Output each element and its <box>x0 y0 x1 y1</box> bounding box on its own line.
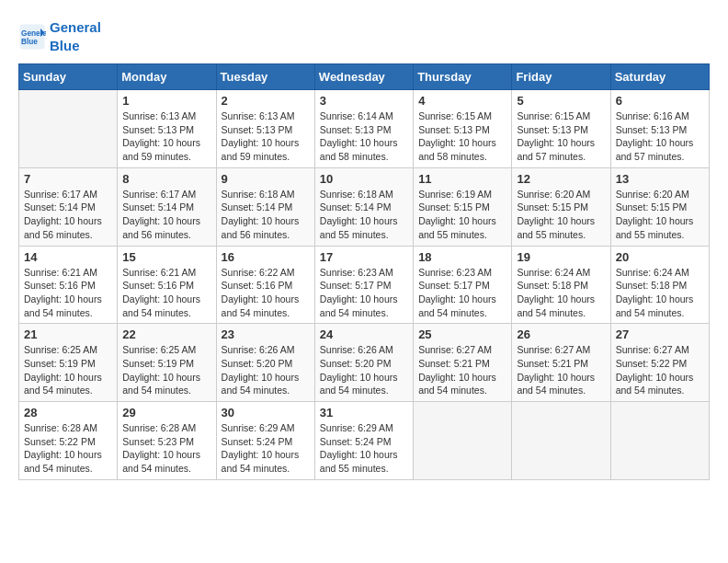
day-info: Sunrise: 6:18 AMSunset: 5:14 PMDaylight:… <box>222 188 310 242</box>
day-number: 25 <box>418 327 506 341</box>
calendar-cell: 23Sunrise: 6:26 AMSunset: 5:20 PMDayligh… <box>216 324 314 402</box>
day-number: 22 <box>122 327 210 341</box>
day-number: 14 <box>24 250 112 264</box>
calendar-body: 1Sunrise: 6:13 AMSunset: 5:13 PMDaylight… <box>19 90 710 480</box>
day-number: 5 <box>517 94 605 108</box>
weekday-header-saturday: Saturday <box>610 64 709 90</box>
weekday-header-thursday: Thursday <box>414 64 512 90</box>
weekday-header-friday: Friday <box>512 64 610 90</box>
day-info: Sunrise: 6:13 AMSunset: 5:13 PMDaylight:… <box>222 109 310 164</box>
logo-subtext: Blue <box>50 37 101 55</box>
day-number: 15 <box>122 250 210 264</box>
calendar-cell: 30Sunrise: 6:29 AMSunset: 5:24 PMDayligh… <box>216 402 314 480</box>
calendar-cell: 1Sunrise: 6:13 AMSunset: 5:13 PMDaylight… <box>118 90 216 168</box>
day-info: Sunrise: 6:24 AMSunset: 5:18 PMDaylight:… <box>517 266 605 320</box>
weekday-header-wednesday: Wednesday <box>314 64 413 90</box>
day-number: 10 <box>320 172 408 186</box>
day-info: Sunrise: 6:29 AMSunset: 5:24 PMDaylight:… <box>320 421 408 476</box>
calendar-header-row: SundayMondayTuesdayWednesdayThursdayFrid… <box>19 64 710 90</box>
day-number: 17 <box>320 250 408 264</box>
day-info: Sunrise: 6:26 AMSunset: 5:20 PMDaylight:… <box>320 343 408 397</box>
day-number: 6 <box>616 94 704 108</box>
day-info: Sunrise: 6:14 AMSunset: 5:13 PMDaylight:… <box>320 109 408 164</box>
logo-text: General <box>50 18 101 37</box>
calendar-cell: 25Sunrise: 6:27 AMSunset: 5:21 PMDayligh… <box>414 324 512 402</box>
calendar-cell: 16Sunrise: 6:22 AMSunset: 5:16 PMDayligh… <box>216 246 314 324</box>
day-number: 9 <box>222 172 310 186</box>
day-number: 11 <box>418 172 506 186</box>
calendar-cell: 31Sunrise: 6:29 AMSunset: 5:24 PMDayligh… <box>314 402 413 480</box>
day-info: Sunrise: 6:28 AMSunset: 5:23 PMDaylight:… <box>122 421 210 476</box>
calendar-cell: 13Sunrise: 6:20 AMSunset: 5:15 PMDayligh… <box>610 167 709 246</box>
calendar-cell: 6Sunrise: 6:16 AMSunset: 5:13 PMDaylight… <box>610 90 709 168</box>
day-number: 24 <box>320 327 408 341</box>
day-number: 16 <box>222 250 310 264</box>
day-info: Sunrise: 6:20 AMSunset: 5:15 PMDaylight:… <box>616 188 704 242</box>
day-number: 27 <box>616 327 704 341</box>
calendar-cell: 2Sunrise: 6:13 AMSunset: 5:13 PMDaylight… <box>216 90 314 168</box>
svg-text:Blue: Blue <box>21 37 38 45</box>
day-number: 13 <box>616 172 704 186</box>
calendar-week-3: 14Sunrise: 6:21 AMSunset: 5:16 PMDayligh… <box>19 246 710 324</box>
logo: General Blue General Blue <box>18 18 101 54</box>
calendar-cell: 12Sunrise: 6:20 AMSunset: 5:15 PMDayligh… <box>512 167 610 246</box>
day-info: Sunrise: 6:23 AMSunset: 5:17 PMDaylight:… <box>320 266 408 320</box>
day-number: 31 <box>320 406 408 419</box>
day-number: 12 <box>517 172 605 186</box>
calendar-cell: 28Sunrise: 6:28 AMSunset: 5:22 PMDayligh… <box>19 402 118 480</box>
day-info: Sunrise: 6:26 AMSunset: 5:20 PMDaylight:… <box>222 343 310 397</box>
day-info: Sunrise: 6:27 AMSunset: 5:22 PMDaylight:… <box>616 343 704 397</box>
day-number: 28 <box>24 406 112 419</box>
day-number: 7 <box>24 172 112 186</box>
calendar-week-2: 7Sunrise: 6:17 AMSunset: 5:14 PMDaylight… <box>19 167 710 246</box>
day-info: Sunrise: 6:28 AMSunset: 5:22 PMDaylight:… <box>24 421 112 476</box>
day-number: 3 <box>320 94 408 108</box>
calendar-cell <box>512 402 610 480</box>
day-number: 4 <box>418 94 506 108</box>
day-number: 1 <box>122 94 210 108</box>
calendar-cell: 5Sunrise: 6:15 AMSunset: 5:13 PMDaylight… <box>512 90 610 168</box>
day-number: 30 <box>222 406 310 419</box>
calendar-cell: 29Sunrise: 6:28 AMSunset: 5:23 PMDayligh… <box>118 402 216 480</box>
day-number: 19 <box>517 250 605 264</box>
day-info: Sunrise: 6:21 AMSunset: 5:16 PMDaylight:… <box>24 266 112 320</box>
day-info: Sunrise: 6:17 AMSunset: 5:14 PMDaylight:… <box>122 188 210 242</box>
calendar-week-4: 21Sunrise: 6:25 AMSunset: 5:19 PMDayligh… <box>19 324 710 402</box>
calendar-cell: 3Sunrise: 6:14 AMSunset: 5:13 PMDaylight… <box>314 90 413 168</box>
day-info: Sunrise: 6:27 AMSunset: 5:21 PMDaylight:… <box>418 343 506 397</box>
day-number: 20 <box>616 250 704 264</box>
weekday-header-sunday: Sunday <box>19 64 118 90</box>
day-info: Sunrise: 6:21 AMSunset: 5:16 PMDaylight:… <box>122 266 210 320</box>
calendar-cell: 24Sunrise: 6:26 AMSunset: 5:20 PMDayligh… <box>314 324 413 402</box>
day-number: 2 <box>222 94 310 108</box>
calendar-cell: 15Sunrise: 6:21 AMSunset: 5:16 PMDayligh… <box>118 246 216 324</box>
day-info: Sunrise: 6:29 AMSunset: 5:24 PMDaylight:… <box>222 421 310 476</box>
calendar-cell <box>19 90 118 168</box>
day-number: 26 <box>517 327 605 341</box>
day-info: Sunrise: 6:25 AMSunset: 5:19 PMDaylight:… <box>122 343 210 397</box>
calendar-cell: 20Sunrise: 6:24 AMSunset: 5:18 PMDayligh… <box>610 246 709 324</box>
day-info: Sunrise: 6:19 AMSunset: 5:15 PMDaylight:… <box>418 188 506 242</box>
day-number: 8 <box>122 172 210 186</box>
calendar-cell: 11Sunrise: 6:19 AMSunset: 5:15 PMDayligh… <box>414 167 512 246</box>
day-number: 21 <box>24 327 112 341</box>
calendar-cell: 10Sunrise: 6:18 AMSunset: 5:14 PMDayligh… <box>314 167 413 246</box>
calendar-cell: 19Sunrise: 6:24 AMSunset: 5:18 PMDayligh… <box>512 246 610 324</box>
day-number: 29 <box>122 406 210 419</box>
day-info: Sunrise: 6:23 AMSunset: 5:17 PMDaylight:… <box>418 266 506 320</box>
calendar-cell: 14Sunrise: 6:21 AMSunset: 5:16 PMDayligh… <box>19 246 118 324</box>
day-number: 18 <box>418 250 506 264</box>
day-info: Sunrise: 6:17 AMSunset: 5:14 PMDaylight:… <box>24 188 112 242</box>
day-number: 23 <box>222 327 310 341</box>
calendar-cell: 26Sunrise: 6:27 AMSunset: 5:21 PMDayligh… <box>512 324 610 402</box>
page-header: General Blue General Blue <box>18 18 710 54</box>
day-info: Sunrise: 6:16 AMSunset: 5:13 PMDaylight:… <box>616 109 704 164</box>
calendar-cell <box>414 402 512 480</box>
day-info: Sunrise: 6:25 AMSunset: 5:19 PMDaylight:… <box>24 343 112 397</box>
calendar-cell: 18Sunrise: 6:23 AMSunset: 5:17 PMDayligh… <box>414 246 512 324</box>
weekday-header-monday: Monday <box>118 64 216 90</box>
calendar-cell: 27Sunrise: 6:27 AMSunset: 5:22 PMDayligh… <box>610 324 709 402</box>
day-info: Sunrise: 6:22 AMSunset: 5:16 PMDaylight:… <box>222 266 310 320</box>
calendar-cell: 8Sunrise: 6:17 AMSunset: 5:14 PMDaylight… <box>118 167 216 246</box>
calendar-table: SundayMondayTuesdayWednesdayThursdayFrid… <box>18 63 710 480</box>
